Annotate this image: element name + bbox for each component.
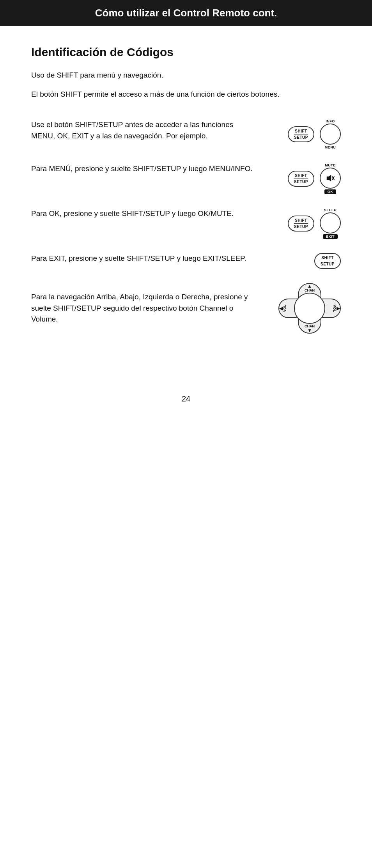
- instruction-block-2: Para MENÚ, presione y suelte SHIFT/SETUP…: [31, 163, 341, 194]
- setup-label-4: SETUP: [321, 262, 335, 266]
- left-arrow-icon: ◀: [279, 306, 283, 311]
- instruction-block-1: Use el botón SHIFT/SETUP antes de accede…: [31, 119, 341, 149]
- mute-label: MUTE: [325, 163, 336, 167]
- svg-marker-0: [327, 175, 331, 181]
- up-arrow-icon: ▲: [307, 284, 312, 288]
- header-bar: Cómo utilizar el Control Remoto cont.: [0, 0, 372, 26]
- sleep-exit-button[interactable]: SLEEP EXIT: [320, 208, 341, 239]
- exit-label-badge: EXIT: [323, 234, 338, 239]
- page: Cómo utilizar el Control Remoto cont. Id…: [0, 0, 372, 868]
- shift-setup-button-1[interactable]: SHIFT SETUP: [288, 126, 314, 142]
- chan-up-label: CHAN: [305, 288, 315, 292]
- vol-right-label: VOL: [333, 305, 337, 312]
- menu-circle: [320, 124, 341, 145]
- instruction-text-5: Para la navegación Arriba, Abajo, Izquie…: [31, 292, 251, 325]
- ok-label: OK: [324, 189, 337, 194]
- shift-label-1: SHIFT: [295, 129, 307, 133]
- mute-ok-button[interactable]: MUTE OK: [320, 163, 341, 194]
- button-group-3: SHIFT SETUP SLEEP EXIT: [271, 208, 341, 239]
- nav-dpad[interactable]: ▲ CHAN CHAN ▼ ◀ VOL VOL: [278, 283, 341, 334]
- setup-label-2: SETUP: [294, 180, 308, 184]
- mute-icon: [325, 173, 336, 184]
- down-arrow-icon: ▼: [307, 328, 312, 333]
- section-title: Identificación de Códigos: [31, 46, 341, 59]
- divider-2: [294, 179, 308, 179]
- info-label: INFO: [326, 119, 335, 123]
- button-group-1: SHIFT SETUP INFO MENU: [271, 119, 341, 149]
- instruction-block-5: Para la navegación Arriba, Abajo, Izquie…: [31, 283, 341, 334]
- dpad-down-button[interactable]: CHAN ▼: [305, 324, 315, 333]
- dpad-right-button[interactable]: VOL ▶: [333, 305, 340, 312]
- setup-label-3: SETUP: [294, 225, 308, 229]
- button-group-4: SHIFT SETUP: [271, 253, 341, 269]
- shift-setup-button-2[interactable]: SHIFT SETUP: [288, 171, 314, 187]
- content: Identificación de Códigos Uso de SHIFT p…: [0, 42, 372, 371]
- shift-label-4: SHIFT: [321, 256, 333, 260]
- header-title: Cómo utilizar el Control Remoto cont.: [95, 7, 277, 19]
- sleep-circle: [320, 212, 341, 233]
- dpad-left-button[interactable]: ◀ VOL: [279, 305, 287, 312]
- intro-text-1: Uso de SHIFT para menú y navegación.: [31, 70, 341, 81]
- page-number: 24: [0, 394, 372, 419]
- shift-setup-button-3[interactable]: SHIFT SETUP: [288, 216, 314, 232]
- button-group-2: SHIFT SETUP MUTE OK: [271, 163, 341, 194]
- menu-label: MENU: [325, 145, 336, 149]
- sleep-label: SLEEP: [324, 208, 337, 212]
- shift-label-2: SHIFT: [295, 173, 307, 178]
- divider-1: [294, 134, 308, 134]
- info-menu-button[interactable]: INFO MENU: [320, 119, 341, 149]
- instruction-block-4: Para EXIT, presione y suelte SHIFT/SETUP…: [31, 253, 341, 269]
- mute-circle: [320, 168, 341, 189]
- divider-4: [321, 261, 335, 261]
- dpad-up-button[interactable]: ▲ CHAN: [305, 284, 315, 292]
- shift-setup-button-4[interactable]: SHIFT SETUP: [314, 253, 341, 269]
- divider-3: [294, 223, 308, 224]
- intro-text-2: El botón SHIFT permite el acceso a más d…: [31, 89, 341, 100]
- right-arrow-icon: ▶: [337, 306, 340, 311]
- instruction-text-3: Para OK, presione y suelte SHIFT/SETUP y…: [31, 208, 259, 219]
- shift-label-3: SHIFT: [295, 218, 307, 223]
- button-group-5: ▲ CHAN CHAN ▼ ◀ VOL VOL: [263, 283, 341, 334]
- instruction-block-3: Para OK, presione y suelte SHIFT/SETUP y…: [31, 208, 341, 239]
- vol-left-label: VOL: [283, 305, 287, 312]
- instruction-text-4: Para EXIT, presione y suelte SHIFT/SETUP…: [31, 253, 259, 264]
- dpad-center-circle: [294, 293, 325, 324]
- instruction-text-2: Para MENÚ, presione y suelte SHIFT/SETUP…: [31, 163, 259, 175]
- instruction-text-1: Use el botón SHIFT/SETUP antes de accede…: [31, 119, 259, 141]
- setup-label-1: SETUP: [294, 135, 308, 140]
